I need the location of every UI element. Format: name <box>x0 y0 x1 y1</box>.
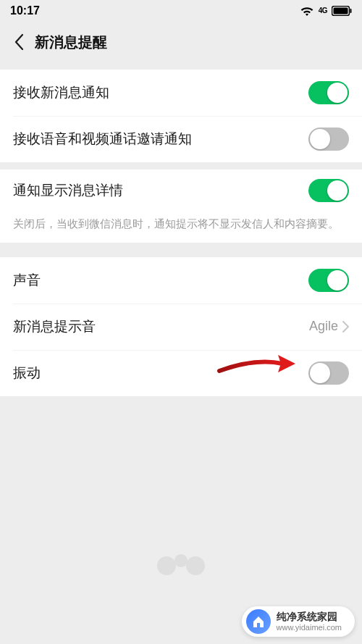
battery-icon <box>332 6 352 16</box>
row-label: 振动 <box>13 364 308 382</box>
row-sound[interactable]: 声音 <box>0 257 362 304</box>
svg-rect-1 <box>334 8 348 14</box>
back-button[interactable] <box>7 30 30 54</box>
status-bar: 10:17 4G <box>0 0 362 22</box>
row-value: Agile <box>309 319 338 334</box>
row-show-detail[interactable]: 通知显示消息详情 <box>0 170 362 216</box>
nav-bar: 新消息提醒 <box>0 22 362 62</box>
svg-rect-2 <box>350 9 352 13</box>
toggle-receive-call[interactable] <box>308 127 349 151</box>
toggle-receive-msg[interactable] <box>308 81 349 104</box>
row-show-detail-desc: 关闭后，当收到微信消息时，通知提示将不显示发信人和内容摘要。 <box>0 216 362 243</box>
row-label: 接收新消息通知 <box>13 83 308 102</box>
toggle-vibrate[interactable] <box>308 361 349 385</box>
watermark-subtitle: www.yidaimei.com <box>277 623 342 632</box>
background-watermark-icon <box>159 556 203 575</box>
toggle-sound[interactable] <box>308 269 349 292</box>
watermark-badge: 纯净系统家园 www.yidaimei.com <box>242 606 355 637</box>
watermark-title: 纯净系统家园 <box>277 611 342 622</box>
chevron-left-icon <box>14 33 24 51</box>
status-icons: 4G <box>300 5 352 17</box>
row-label: 声音 <box>13 271 308 290</box>
watermark-logo-icon <box>246 609 271 634</box>
page-title: 新消息提醒 <box>35 33 107 52</box>
status-time: 10:17 <box>10 4 40 17</box>
toggle-show-detail[interactable] <box>308 179 349 202</box>
row-label: 接收语音和视频通话邀请通知 <box>13 130 308 149</box>
row-receive-msg-notify[interactable]: 接收新消息通知 <box>0 70 362 116</box>
row-label: 通知显示消息详情 <box>13 181 308 200</box>
signal-4g-icon: 4G <box>319 7 327 14</box>
row-vibrate[interactable]: 振动 <box>0 350 362 396</box>
row-label: 新消息提示音 <box>13 317 309 336</box>
wifi-icon <box>300 5 314 17</box>
row-receive-call-notify[interactable]: 接收语音和视频通话邀请通知 <box>0 116 362 162</box>
chevron-right-icon <box>342 321 349 333</box>
row-tone[interactable]: 新消息提示音 Agile <box>0 304 362 350</box>
